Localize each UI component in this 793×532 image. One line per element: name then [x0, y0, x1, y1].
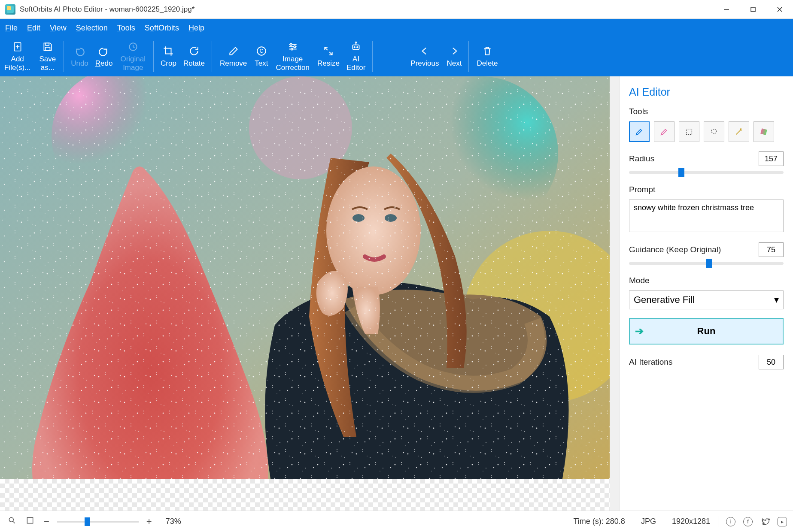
- minimize-button[interactable]: [713, 0, 740, 19]
- zoom-in-button[interactable]: +: [145, 516, 154, 527]
- menu-help[interactable]: Help: [188, 24, 204, 33]
- main-area: AI Editor Tools Radius 157 Prompt Guidan…: [0, 76, 793, 511]
- time-label: Time (s): 280.8: [574, 517, 625, 526]
- radius-thumb[interactable]: [678, 168, 684, 177]
- guidance-thumb[interactable]: [706, 259, 712, 268]
- trash-icon: [482, 45, 493, 57]
- eraser-icon: [228, 45, 239, 57]
- panel-title: AI Editor: [629, 86, 784, 98]
- svg-rect-38: [13, 87, 610, 479]
- original-image-button: OriginalImage: [116, 37, 150, 76]
- radius-slider[interactable]: [629, 171, 784, 174]
- svg-point-41: [9, 517, 13, 522]
- gradient-tool[interactable]: [754, 121, 774, 142]
- radius-value[interactable]: 157: [759, 151, 784, 166]
- chevron-down-icon: ▾: [774, 294, 779, 305]
- menu-softorbits[interactable]: SoftOrbits: [145, 24, 179, 33]
- ai-editor-panel: AI Editor Tools Radius 157 Prompt Guidan…: [619, 76, 793, 511]
- svg-rect-43: [27, 517, 33, 523]
- rotate-button[interactable]: Rotate: [180, 37, 208, 76]
- prompt-label: Prompt: [629, 185, 784, 194]
- save-icon: [42, 41, 53, 52]
- iterations-value[interactable]: 50: [759, 355, 784, 369]
- radius-label: Radius: [629, 154, 654, 163]
- zoom-thumb[interactable]: [85, 517, 90, 526]
- zoom-fit-icon[interactable]: [6, 516, 18, 527]
- rectangle-select-tool[interactable]: [679, 121, 699, 142]
- info-icon[interactable]: i: [726, 517, 735, 526]
- title-bar: SoftOrbits AI Photo Editor - woman-60022…: [0, 0, 793, 19]
- add-files-button[interactable]: AddFile(s)...: [0, 37, 35, 76]
- brush-tool[interactable]: [629, 121, 650, 142]
- svg-point-19: [354, 47, 355, 48]
- menu-selection[interactable]: Selection: [76, 24, 108, 33]
- redo-button[interactable]: Redo: [92, 37, 116, 76]
- history-icon: [128, 41, 139, 52]
- guidance-slider[interactable]: [629, 262, 784, 265]
- menu-bar: File Edit View Selection Tools SoftOrbit…: [0, 19, 793, 37]
- status-bar: − + 73% Time (s): 280.8 JPG 1920x1281 i …: [0, 511, 793, 532]
- ai-editor-button[interactable]: AIEditor: [343, 37, 369, 76]
- remove-button[interactable]: Remove: [216, 37, 251, 76]
- sliders-icon: [287, 41, 298, 52]
- menu-view[interactable]: View: [50, 24, 67, 33]
- eraser-tool[interactable]: [654, 121, 675, 142]
- svg-point-20: [357, 47, 358, 48]
- rotate-icon: [188, 45, 200, 57]
- svg-rect-39: [687, 129, 692, 135]
- svg-rect-7: [45, 43, 49, 45]
- iterations-label: AI Iterations: [629, 357, 672, 367]
- undo-icon: [74, 45, 85, 57]
- lasso-select-tool[interactable]: [704, 121, 724, 142]
- text-button[interactable]: C Text: [251, 37, 271, 76]
- prompt-input[interactable]: [629, 200, 784, 232]
- guidance-label: Guidance (Keep Original): [629, 245, 721, 254]
- guidance-value[interactable]: 75: [759, 242, 784, 257]
- previous-button[interactable]: Previous: [406, 37, 443, 76]
- window-controls: [713, 0, 793, 19]
- undo-button: Undo: [67, 37, 92, 76]
- transparent-bg: [0, 479, 610, 511]
- image-correction-button[interactable]: ImageCorrection: [272, 37, 314, 76]
- menu-edit[interactable]: Edit: [27, 24, 40, 33]
- tool-buttons: [629, 121, 784, 142]
- twitter-icon[interactable]: [760, 517, 770, 526]
- dimensions-label: 1920x1281: [672, 517, 710, 526]
- robot-icon: [350, 41, 362, 52]
- add-file-icon: [12, 41, 23, 52]
- format-label: JPG: [641, 517, 656, 526]
- svg-rect-8: [45, 48, 50, 51]
- svg-point-16: [294, 46, 295, 48]
- crop-icon: [163, 45, 174, 57]
- menu-tools[interactable]: Tools: [117, 24, 135, 33]
- text-icon: C: [256, 45, 267, 57]
- zoom-out-button[interactable]: −: [42, 516, 51, 527]
- resize-icon: [323, 45, 334, 57]
- svg-point-17: [291, 48, 292, 50]
- arrow-right-icon: [449, 45, 460, 57]
- tools-label: Tools: [629, 107, 784, 116]
- toolbar: AddFile(s)... Saveas... Undo Redo Origin…: [0, 37, 793, 76]
- crop-button[interactable]: Crop: [157, 37, 180, 76]
- close-button[interactable]: [766, 0, 793, 19]
- facebook-icon[interactable]: f: [743, 517, 753, 526]
- delete-button[interactable]: Delete: [472, 37, 502, 76]
- save-as-button[interactable]: Saveas...: [35, 37, 60, 76]
- run-button[interactable]: ➔ Run: [629, 318, 784, 345]
- svg-point-22: [355, 42, 357, 43]
- zoom-level: 73%: [166, 517, 181, 526]
- resize-button[interactable]: Resize: [314, 37, 343, 76]
- run-arrow-icon: ➔: [635, 325, 644, 337]
- app-icon: [5, 4, 15, 15]
- svg-point-15: [290, 44, 292, 45]
- maximize-button[interactable]: [740, 0, 766, 19]
- zoom-slider[interactable]: [57, 521, 139, 523]
- youtube-icon[interactable]: ▸: [778, 517, 787, 526]
- mode-label: Mode: [629, 276, 784, 285]
- magic-wand-tool[interactable]: [729, 121, 749, 142]
- fit-screen-icon[interactable]: [24, 516, 36, 527]
- canvas[interactable]: [0, 76, 619, 511]
- next-button[interactable]: Next: [443, 37, 465, 76]
- menu-file[interactable]: File: [5, 24, 18, 33]
- mode-select[interactable]: Generative Fill ▾: [629, 290, 784, 309]
